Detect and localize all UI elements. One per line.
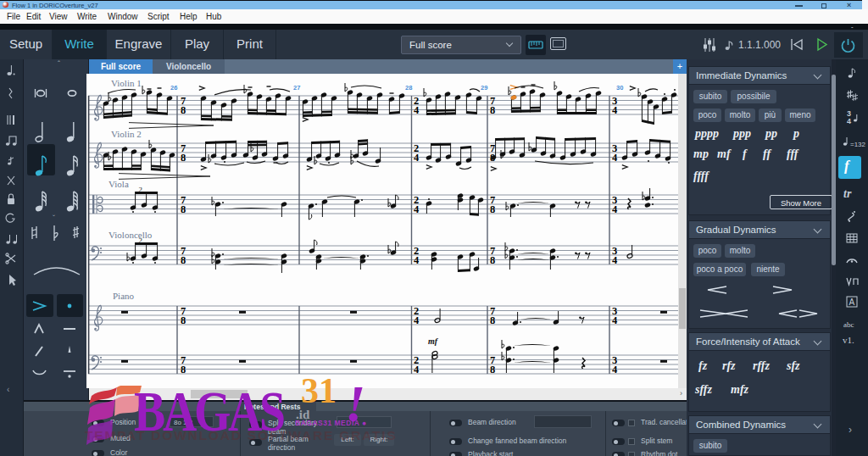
- svg-text:4: 4: [612, 254, 618, 266]
- svg-text:8: 8: [490, 254, 495, 266]
- svg-text:4: 4: [414, 364, 420, 375]
- svg-text:4: 4: [414, 314, 420, 326]
- svg-text:26: 26: [170, 84, 177, 92]
- svg-text:8: 8: [181, 314, 186, 326]
- svg-text:4: 4: [612, 203, 618, 215]
- svg-text:8: 8: [181, 203, 186, 215]
- svg-text:4: 4: [414, 203, 420, 215]
- svg-text:Piano: Piano: [113, 291, 135, 301]
- svg-text:8: 8: [490, 314, 495, 326]
- svg-text:27: 27: [293, 84, 300, 92]
- svg-text:Violoncello: Violoncello: [108, 230, 153, 240]
- svg-text:4: 4: [612, 314, 618, 326]
- svg-text:4: 4: [847, 117, 851, 125]
- svg-text:mf: mf: [428, 336, 439, 346]
- svg-text:4: 4: [414, 152, 420, 164]
- svg-text:4: 4: [612, 364, 618, 375]
- svg-text:8: 8: [490, 203, 495, 215]
- svg-text:29: 29: [481, 84, 487, 92]
- svg-text:4: 4: [612, 104, 618, 116]
- svg-text:8: 8: [490, 104, 495, 116]
- svg-text:8: 8: [181, 104, 186, 116]
- svg-text:28: 28: [405, 84, 412, 92]
- svg-text:=132: =132: [850, 141, 866, 148]
- svg-text:4: 4: [414, 104, 420, 116]
- svg-text:30: 30: [616, 84, 623, 92]
- svg-text:8: 8: [181, 152, 186, 164]
- svg-text:8: 8: [181, 254, 186, 266]
- svg-text:Violin 1: Violin 1: [111, 78, 142, 88]
- svg-text:Viola: Viola: [108, 179, 129, 189]
- svg-text:Violin 2: Violin 2: [111, 129, 142, 139]
- svg-text:4: 4: [612, 152, 618, 164]
- svg-text:4: 4: [414, 254, 420, 266]
- svg-text:8: 8: [490, 364, 495, 375]
- svg-text:A: A: [849, 298, 855, 307]
- svg-text:8: 8: [181, 364, 186, 375]
